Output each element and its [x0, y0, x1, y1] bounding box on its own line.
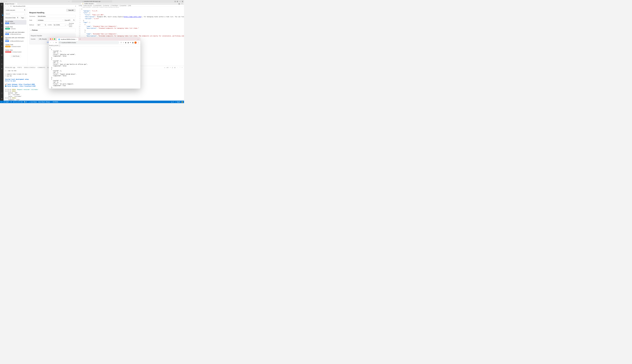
route-item[interactable]: Update TodoPATCH/v1/todos/:todoId — [4, 43, 26, 48]
extensions-puzzle-icon[interactable]: ✦ — [130, 42, 131, 44]
account-icon[interactable]: ◯ — [1, 92, 3, 94]
new-tab-button[interactable]: + — [79, 38, 81, 40]
chrome-tab[interactable]: 🌐 localhost:9000/v1/todos × — [57, 38, 78, 41]
route-item[interactable]: Create TodoPOST/v1/todos — [4, 26, 26, 30]
close-tab-icon[interactable]: × — [76, 38, 77, 40]
path-input[interactable] — [37, 19, 62, 22]
share-icon[interactable]: ⇧ — [120, 42, 122, 44]
tags-filter[interactable]: Tags ⌄ — [20, 16, 26, 19]
new-terminal-icon[interactable]: + — [170, 67, 170, 68]
package-icon[interactable]: ◫ — [1, 63, 3, 65]
settings-gear-icon[interactable]: ⚙ — [1, 98, 3, 100]
reload-icon[interactable]: ⟳ — [56, 42, 57, 44]
policies-section[interactable]: › Policies — [29, 28, 76, 32]
route-item[interactable]: Get all todosGET/v1/todos — [4, 20, 26, 25]
pretty-print-toggle[interactable]: Pretty-print — [49, 45, 140, 46]
tab-problems[interactable]: PROBLEMS 18 — [5, 66, 16, 68]
close-window-icon[interactable] — [50, 38, 51, 40]
sync-icon[interactable]: ⟲ — [10, 101, 12, 103]
profile-avatar[interactable] — [134, 42, 137, 44]
reload-icon[interactable]: ⟳ — [10, 5, 12, 7]
layout-bottom-icon[interactable]: ▭ — [179, 0, 181, 2]
route-item[interactable]: Get todos with user information remo...G… — [4, 36, 26, 42]
address-bar[interactable]: ⓘ localhost:9000/v1/todos — [58, 41, 119, 44]
tab-routes-json[interactable]: { } routes.oas.json × — [81, 3, 96, 4]
command-center[interactable]: ⌕ samples-todo-list-open-api — [72, 0, 112, 2]
fwd-icon[interactable]: → — [53, 42, 54, 44]
plug-icon[interactable]: ⏚ — [1, 58, 3, 61]
sort-selector[interactable]: Document Order ⇅ — [4, 16, 19, 19]
save-all-button[interactable]: Save All — [66, 9, 76, 12]
bookmark-icon[interactable]: ◡ — [1, 49, 3, 52]
auto-attach[interactable]: Auto Attach: Always — [38, 101, 50, 103]
openapi-selector[interactable]: OpenAPI ⇅ — [64, 19, 76, 22]
minimize-window-icon[interactable] — [3, 1, 5, 2]
split-editor-icon[interactable]: ◧ — [178, 3, 180, 5]
tab-simple-browser[interactable]: Simple Browser × — [4, 3, 18, 5]
search-sidebar-icon[interactable]: ⌕ — [1, 8, 3, 10]
layout-right-icon[interactable]: ◨ — [182, 0, 183, 2]
thunder-icon[interactable]: ⚡ — [1, 36, 3, 38]
notifications-badge[interactable]: ▲ 1 — [171, 101, 174, 103]
diagnostics[interactable]: ⊘ 0 ⚠ 0 ⓘ 18 — [13, 101, 22, 103]
tab-comments[interactable]: COMMENTS — [38, 66, 45, 68]
close-panel-icon[interactable]: × — [182, 67, 182, 68]
zoom-window-icon[interactable] — [54, 38, 55, 40]
split-terminal-icon[interactable]: ◫ — [172, 67, 173, 68]
route-item[interactable]: Get todos with user informationGET/v1/$t… — [4, 31, 26, 36]
tab-debug-console[interactable]: DEBUG CONSOLE — [24, 66, 36, 68]
kill-terminal-icon[interactable]: 🗑 — [174, 67, 176, 68]
exclude-docs-checkbox[interactable]: Exclude From Docs — [68, 22, 74, 27]
explorer-icon[interactable]: 🗎 — [1, 4, 3, 6]
nav-back-icon[interactable]: ← — [68, 0, 70, 2]
maximize-panel-icon[interactable]: ⌃ — [180, 67, 180, 68]
more-icon[interactable]: ⋯ — [177, 67, 178, 68]
extensions-icon[interactable]: ▦ — [1, 22, 3, 24]
extension-icon[interactable]: ◐ — [125, 42, 126, 44]
test-icon[interactable]: ✓ — [1, 31, 3, 33]
browser-url[interactable]: http://localhost:9100 — [13, 6, 25, 7]
chrome-menu-icon[interactable]: ⋮ — [138, 42, 139, 44]
layout-sidebar-icon[interactable]: ◧ — [177, 0, 178, 2]
close-tab-icon[interactable]: × — [15, 3, 16, 4]
extension-icon[interactable]: ◑ — [128, 42, 129, 44]
route-item[interactable]: Delete TodoDELETE/v1/todos/:todoId — [4, 49, 26, 53]
cors-selector[interactable]: No CORS ⌄ — [53, 24, 67, 26]
feedback-icon[interactable]: 🔔 — [182, 101, 183, 103]
tab-ports[interactable]: PORTS — [18, 66, 22, 68]
bookmark-icon[interactable]: ☆ — [123, 42, 124, 44]
route-search[interactable]: Search ⌕ — [4, 12, 26, 15]
json-response[interactable]: [ { "userId": 1, "id": 1, "title": "dele… — [49, 46, 140, 88]
summary-input[interactable] — [37, 15, 76, 18]
chrome-window[interactable]: 🌐 localhost:9000/v1/todos × + ⌄ ← → ⟳ ⓘ … — [49, 38, 140, 88]
remote-indicator[interactable]: ⟐ — [1, 101, 2, 103]
back-icon[interactable]: ← — [50, 42, 52, 44]
layout-panel-icon[interactable]: ▥ — [174, 0, 176, 2]
branch-indicator[interactable]: ⎇ main* — [4, 101, 9, 103]
ports-status[interactable]: 📡 0 — [24, 101, 27, 103]
database-icon[interactable]: ◍ — [1, 40, 3, 42]
zoom-window-icon[interactable] — [6, 1, 7, 2]
file-selector[interactable]: routes.oas.json ⇅ — [4, 8, 26, 12]
terminal-shell-name[interactable]: zsh — [166, 67, 168, 68]
site-info-icon[interactable]: ⓘ — [59, 42, 61, 44]
run-debug-icon[interactable]: ▷ — [1, 18, 3, 20]
close-window-icon[interactable] — [1, 1, 2, 2]
back-icon[interactable]: ← — [5, 5, 6, 7]
spell-check[interactable]: ✓ Spell — [175, 101, 180, 103]
more-actions-icon[interactable]: ⋯ — [181, 3, 183, 4]
open-external-icon[interactable]: ↗ — [75, 5, 76, 7]
checkbox-icon[interactable] — [59, 45, 60, 46]
editor-breadcrumb[interactable]: config›routes.oas.json›{} components›{} … — [77, 5, 184, 6]
live-share[interactable]: 👥 Live Share — [28, 101, 37, 103]
book-icon[interactable]: ▤ — [1, 54, 3, 56]
close-tab-icon[interactable]: × — [94, 3, 95, 4]
cloud-icon[interactable]: ☁ — [1, 45, 3, 47]
fwd-icon[interactable]: → — [8, 5, 9, 7]
traffic-lights[interactable] — [1, 1, 7, 2]
chevron-down-icon[interactable]: ⌄ — [138, 38, 140, 40]
minimize-window-icon[interactable] — [52, 38, 53, 40]
method-selector[interactable]: GET ⇅ — [37, 24, 47, 26]
globe-icon[interactable]: ⊕ — [1, 68, 3, 70]
sidepanel-icon[interactable]: ◨ — [132, 42, 133, 44]
